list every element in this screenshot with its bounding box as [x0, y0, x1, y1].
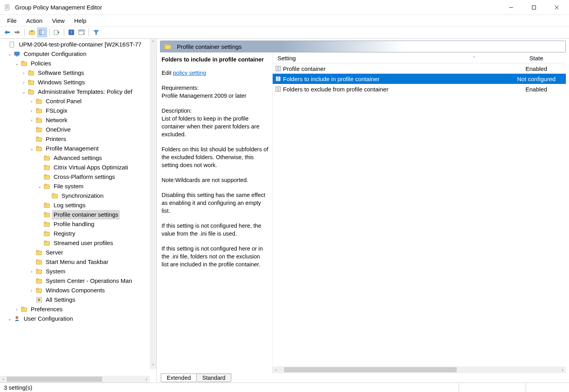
scroll-up-icon[interactable]: ˄	[150, 39, 156, 46]
export-list-button[interactable]	[52, 28, 61, 37]
filter-button[interactable]	[91, 28, 101, 37]
maximize-button[interactable]	[523, 0, 545, 15]
svg-rect-70	[36, 260, 39, 261]
collapse-icon[interactable]: ⌄	[6, 49, 13, 59]
expand-icon[interactable]: ›	[13, 305, 20, 314]
tree-label: Log settings	[52, 201, 87, 210]
help-button[interactable]: ?	[67, 28, 76, 37]
list-horizontal-scrollbar[interactable]: ‹ ›	[273, 366, 566, 373]
settings-icon	[35, 296, 43, 303]
svg-rect-54	[44, 184, 46, 185]
scroll-right-icon[interactable]: ›	[143, 376, 150, 383]
expand-icon[interactable]: ›	[28, 97, 35, 106]
tree-item-file-system[interactable]: ⌄ File system	[2, 182, 156, 191]
tree-item-all-settings[interactable]: All Settings	[2, 295, 156, 305]
tree-item-cross-platform[interactable]: Cross-Platform settings	[2, 172, 156, 182]
collapse-icon[interactable]: ⌄	[13, 59, 20, 68]
tree-item-citrix-opt[interactable]: Citrix Virtual Apps Optimizati	[2, 163, 156, 172]
tree-item-windows-components[interactable]: › Windows Components	[2, 286, 156, 295]
scroll-right-icon[interactable]: ›	[559, 366, 566, 373]
menu-file[interactable]: File	[3, 16, 20, 25]
tree-item-policies[interactable]: ⌄ Policies	[2, 59, 156, 68]
scroll-track[interactable]	[7, 376, 143, 383]
svg-rect-46	[36, 146, 39, 147]
tree-item-onedrive[interactable]: OneDrive	[2, 125, 156, 134]
settings-row[interactable]: Folders to exclude from profile containe…	[273, 84, 566, 94]
settings-row[interactable]: Profile container Enabled	[273, 63, 566, 74]
scroll-thumb[interactable]	[284, 367, 457, 372]
tree-item-start-menu[interactable]: Start Menu and Taskbar	[2, 257, 156, 267]
tree-item-profile-management[interactable]: ⌄ Profile Management	[2, 144, 156, 153]
scroll-left-icon[interactable]: ‹	[273, 366, 279, 373]
tree-item-log-settings[interactable]: Log settings	[2, 201, 156, 210]
tree-item-root[interactable]: UPM-2004-test-profile-container [W2K16ST…	[2, 40, 156, 49]
close-button[interactable]	[545, 0, 568, 15]
tree-vertical-scrollbar[interactable]: ˄ ˅	[150, 39, 156, 369]
tree-item-windows-settings[interactable]: › Windows Settings	[2, 78, 156, 87]
folder-up-button[interactable]	[27, 28, 37, 37]
svg-rect-52	[44, 175, 46, 176]
svg-rect-35	[36, 100, 42, 104]
tree-item-registry[interactable]: Registry	[2, 229, 156, 238]
tree-horizontal-scrollbar[interactable]: ‹ ›	[0, 376, 150, 383]
collapse-icon[interactable]: ⌄	[6, 314, 13, 323]
refresh-panel-button[interactable]	[77, 28, 86, 37]
expand-icon[interactable]: ›	[28, 267, 35, 276]
scroll-track[interactable]	[279, 366, 559, 373]
tree-item-synchronization[interactable]: Synchronization	[2, 191, 156, 201]
svg-rect-30	[28, 71, 31, 72]
tree-item-sccm[interactable]: System Center - Operations Man	[2, 276, 156, 286]
edit-policy-setting-link[interactable]: policy setting	[173, 70, 206, 76]
scroll-down-icon[interactable]: ˅	[150, 362, 156, 369]
tree-item-user-config[interactable]: ⌄ User Configuration	[2, 314, 156, 323]
tree-item-network[interactable]: › Network	[2, 115, 156, 125]
folder-icon	[35, 249, 43, 256]
menu-help[interactable]: Help	[70, 16, 90, 25]
scroll-left-icon[interactable]: ‹	[0, 376, 7, 383]
tree-item-computer-config[interactable]: ⌄ Computer Configuration	[2, 49, 156, 59]
description-column: Folders to include in profile container …	[160, 53, 273, 373]
tree-item-fslogix[interactable]: › FSLogix	[2, 106, 156, 115]
tab-extended[interactable]: Extended	[161, 373, 196, 382]
tree-item-profile-handling[interactable]: Profile handling	[2, 219, 156, 229]
tree-item-server[interactable]: Server	[2, 248, 156, 257]
tree-label: Network	[44, 115, 69, 125]
menu-view[interactable]: View	[48, 16, 69, 25]
settings-row[interactable]: Folders to include in profile container …	[273, 74, 566, 84]
tree-item-advanced[interactable]: Advanced settings	[2, 153, 156, 163]
tree-item-printers[interactable]: Printers	[2, 134, 156, 144]
back-button[interactable]	[2, 28, 12, 37]
tree-label: UPM-2004-test-profile-container [W2K16ST…	[17, 40, 143, 49]
tree-item-preferences[interactable]: › Preferences	[2, 305, 156, 314]
menu-action[interactable]: Action	[22, 16, 46, 25]
tree-item-profile-container-settings[interactable]: Profile container settings	[2, 210, 156, 219]
expand-icon[interactable]: ›	[28, 286, 35, 295]
expand-icon[interactable]: ›	[20, 68, 27, 78]
tree-item-control-panel[interactable]: › Control Panel	[2, 97, 156, 106]
tree-item-admin-templates[interactable]: ⌄ Administrative Templates: Policy def	[2, 87, 156, 97]
tree-item-system[interactable]: › System	[2, 267, 156, 276]
collapse-icon[interactable]: ⌄	[36, 182, 43, 191]
tree-label: Control Panel	[44, 97, 83, 106]
collapse-icon[interactable]: ⌄	[28, 144, 35, 153]
tree-item-software-settings[interactable]: › Software Settings	[2, 68, 156, 78]
svg-rect-58	[44, 203, 46, 204]
expand-icon[interactable]: ›	[20, 78, 27, 87]
expand-icon[interactable]: ›	[28, 106, 35, 115]
folder-icon	[43, 240, 50, 247]
collapse-icon[interactable]: ⌄	[20, 87, 27, 97]
scroll-thumb[interactable]	[7, 377, 102, 382]
forward-button[interactable]	[13, 28, 22, 37]
column-header-setting[interactable]: Setting ˅	[273, 55, 507, 61]
tree-item-streamed[interactable]: Streamed user profiles	[2, 238, 156, 248]
folder-icon	[43, 154, 50, 162]
tab-standard[interactable]: Standard	[196, 373, 231, 382]
tree-label: Profile Management	[44, 144, 100, 153]
show-hide-tree-button[interactable]	[37, 28, 47, 37]
expand-icon[interactable]: ›	[28, 115, 35, 125]
policy-tree[interactable]: UPM-2004-test-profile-container [W2K16ST…	[0, 39, 156, 324]
column-header-state[interactable]: State	[507, 55, 566, 61]
svg-rect-51	[44, 175, 50, 179]
tree-label: Policies	[29, 59, 53, 68]
minimize-button[interactable]	[500, 0, 523, 15]
